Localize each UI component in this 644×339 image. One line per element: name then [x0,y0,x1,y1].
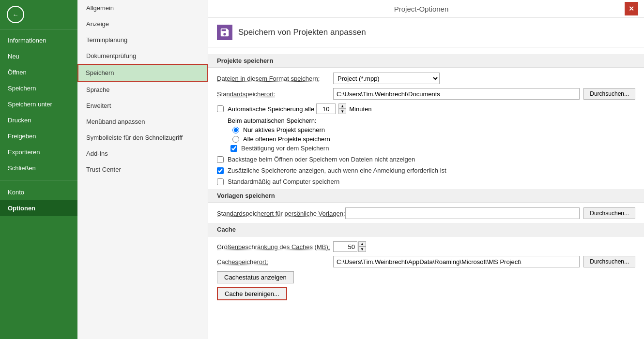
sidebar: ← Informationen Neu Öffnen Speichern Spe… [0,0,77,339]
standardspeicherort-browse-button[interactable]: Durchsuchen... [583,88,635,100]
radio-group: Nur aktives Projekt speichern Alle offen… [232,126,635,143]
zusaetzliche-row: Zusätzliche Speicherorte anzeigen, auch … [217,167,635,174]
cache-size-input[interactable] [333,241,357,252]
dateien-format-row: Dateien in diesem Format speichern: Proj… [217,73,635,84]
cachespeicherort-row: Cachespeicherort: Durchsuchen... [217,256,635,267]
vorlagen-speicherort-label: Standardspeicherort für persönliche Vorl… [217,210,345,217]
auto-save-spinner: ▲ ▼ [338,103,346,114]
standardspeicherort-input[interactable] [333,88,580,100]
vorlagen-browse-button[interactable]: Durchsuchen... [583,207,635,219]
auto-save-checkbox[interactable] [217,105,224,112]
alle-offenen-label: Alle offenen Projekte speichern [243,135,330,143]
main-content: Project-Optionen ✕ Speichern von Projekt… [208,0,644,339]
section-title: Speichern von Projekten anpassen [238,28,366,37]
spinner-up-button[interactable]: ▲ [338,103,346,109]
middle-item-speichern[interactable]: Speichern [77,64,208,82]
middle-item-sprache[interactable]: Sprache [77,82,208,98]
bestaetigung-label: Bestätigung vor dem Speichern [241,145,329,152]
sidebar-item-oeffnen[interactable]: Öffnen [0,64,77,80]
dialog-title: Project-Optionen [208,3,625,15]
back-button[interactable]: ← [0,0,77,29]
alle-offenen-radio[interactable] [232,136,239,143]
backstage-checkbox[interactable] [217,156,224,163]
middle-item-symbolleiste[interactable]: Symbolleiste für den Schnellzugriff [77,130,208,146]
bestaetigung-checkbox[interactable] [230,145,237,152]
middle-item-trust-center[interactable]: Trust Center [77,162,208,177]
backstage-label: Backstage beim Öffnen oder Speichern von… [228,156,415,163]
zusaetzliche-label: Zusätzliche Speicherorte anzeigen, auch … [228,167,446,174]
nur-aktives-row: Nur aktives Projekt speichern [232,126,635,133]
cache-size-row: Größenbeschränkung des Caches (MB): ▲ ▼ [217,241,635,252]
alle-offenen-row: Alle offenen Projekte speichern [232,135,635,143]
cache-browse-button[interactable]: Durchsuchen... [583,256,635,267]
title-bar: Project-Optionen ✕ [208,0,644,18]
nur-aktives-label: Nur aktives Projekt speichern [243,126,325,133]
nur-aktives-radio[interactable] [232,127,239,133]
auto-save-value-input[interactable] [316,103,336,114]
back-circle-icon[interactable]: ← [7,6,24,23]
auto-save-row: Automatische Speicherung alle ▲ ▼ Minute… [217,103,635,114]
save-icon [217,25,232,40]
cachespeicherort-input[interactable] [333,256,580,267]
content-area: Projekte speichern Dateien in diesem For… [208,47,644,339]
cache-spinner-up-button[interactable]: ▲ [358,241,366,247]
zusaetzliche-checkbox[interactable] [217,167,224,174]
sidebar-item-speichern[interactable]: Speichern [0,80,77,96]
group-vorlagen-speichern: Vorlagen speichern [208,189,644,203]
backstage-row: Backstage beim Öffnen oder Speichern von… [217,156,635,163]
sidebar-item-freigeben[interactable]: Freigeben [0,128,77,144]
dateien-format-label: Dateien in diesem Format speichern: [217,75,333,82]
vorlagen-speicherort-input[interactable] [345,207,580,219]
cachestatus-anzeigen-button[interactable]: Cachestatus anzeigen [217,271,294,283]
cache-spinner-down-button[interactable]: ▼ [358,247,366,252]
cache-bereinigen-button[interactable]: Cache bereinigen... [217,287,287,300]
middle-item-add-ins[interactable]: Add-Ins [77,146,208,162]
spinner-down-button[interactable]: ▼ [338,109,346,114]
sidebar-item-speichern-unter[interactable]: Speichern unter [0,96,77,112]
sidebar-item-neu[interactable]: Neu [0,48,77,64]
sidebar-item-informationen[interactable]: Informationen [0,32,77,48]
section-header: Speichern von Projekten anpassen [208,18,644,47]
auto-save-label: Automatische Speicherung alle [228,105,314,113]
close-button[interactable]: ✕ [625,2,638,15]
vorlagen-speicherort-row: Standardspeicherort für persönliche Vorl… [217,207,635,219]
standardmaessig-row: Standardmäßig auf Computer speichern [217,178,635,185]
beim-automatischen-label: Beim automatischen Speichern: [217,117,635,124]
minuten-label: Minuten [349,105,371,113]
sidebar-item-drucken[interactable]: Drucken [0,112,77,128]
cachespeicherort-label: Cachespeicherort: [217,258,333,265]
sidebar-nav: Informationen Neu Öffnen Speichern Speic… [0,29,77,339]
cache-buttons-row: Cachestatus anzeigen [217,271,635,287]
middle-item-erweitert[interactable]: Erweitert [77,98,208,114]
group-projekte-speichern: Projekte speichern [208,54,644,68]
middle-item-allgemein[interactable]: Allgemein [77,0,208,16]
standardmaessig-label: Standardmäßig auf Computer speichern [228,178,339,185]
middle-panel: Allgemein Anzeige Terminplanung Dokument… [77,0,208,339]
standardspeicherort-label: Standardspeicherort: [217,90,333,98]
standardspeicherort-row: Standardspeicherort: Durchsuchen... [217,88,635,100]
cache-size-spinner: ▲ ▼ [358,241,366,252]
middle-item-menuband[interactable]: Menüband anpassen [77,114,208,130]
middle-item-anzeige[interactable]: Anzeige [77,16,208,32]
sidebar-divider [0,180,77,180]
group-cache: Cache [208,223,644,236]
sidebar-item-konto[interactable]: Konto [0,184,77,200]
cache-size-label: Größenbeschränkung des Caches (MB): [217,243,333,251]
sidebar-item-exportieren[interactable]: Exportieren [0,144,77,160]
sidebar-item-optionen[interactable]: Optionen [0,200,77,216]
standardmaessig-checkbox[interactable] [217,178,224,185]
middle-item-dokumentpruefung[interactable]: Dokumentprüfung [77,48,208,64]
middle-item-terminplanung[interactable]: Terminplanung [77,32,208,48]
dateien-format-select[interactable]: Project (*.mpp) [333,73,440,84]
cache-bereinigen-row: Cache bereinigen... [217,287,635,304]
bestaetigung-row: Bestätigung vor dem Speichern [217,145,635,152]
sidebar-item-schliessen[interactable]: Schließen [0,160,77,176]
